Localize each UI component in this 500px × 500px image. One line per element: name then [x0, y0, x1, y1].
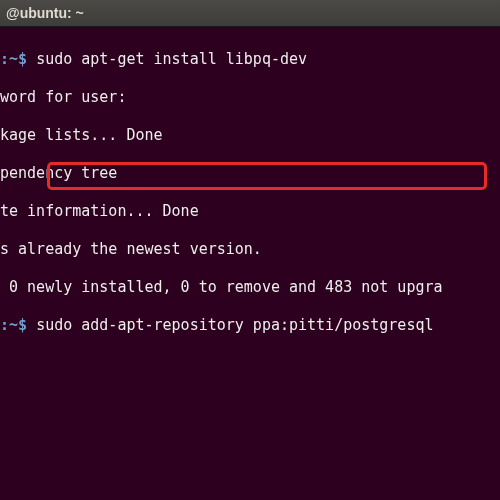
- terminal-window: @ubuntu: ~ :~$ sudo apt-get install libp…: [0, 0, 500, 500]
- terminal-line: :~$ sudo apt-get install libpq-dev: [0, 50, 500, 69]
- command-text: sudo add-apt-repository ppa:pitti/postgr…: [36, 316, 433, 334]
- prompt: :~$: [0, 316, 36, 334]
- terminal-line: s already the newest version.: [0, 240, 500, 259]
- terminal-line: word for user:: [0, 88, 500, 107]
- terminal-line: 0 newly installed, 0 to remove and 483 n…: [0, 278, 500, 297]
- terminal-body[interactable]: :~$ sudo apt-get install libpq-dev word …: [0, 27, 500, 500]
- terminal-line: pendency tree: [0, 164, 500, 183]
- terminal-line: :~$ sudo add-apt-repository ppa:pitti/po…: [0, 316, 500, 335]
- prompt: :~$: [0, 50, 36, 68]
- terminal-line: te information... Done: [0, 202, 500, 221]
- command-text: sudo apt-get install libpq-dev: [36, 50, 307, 68]
- window-title: @ubuntu: ~: [6, 5, 84, 21]
- window-titlebar: @ubuntu: ~: [0, 0, 500, 27]
- terminal-line: kage lists... Done: [0, 126, 500, 145]
